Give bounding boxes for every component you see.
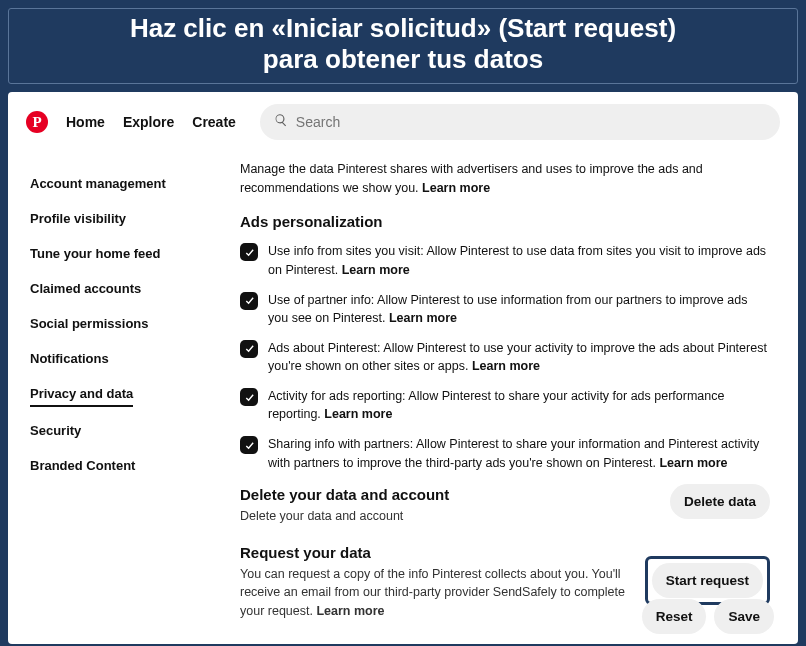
learn-more-link[interactable]: Learn more	[342, 263, 410, 277]
learn-more-link[interactable]: Learn more	[389, 311, 457, 325]
checkbox-activity-reporting[interactable]	[240, 388, 258, 406]
checkbox-partner-info[interactable]	[240, 292, 258, 310]
banner-line1: Haz clic en «Iniciar solicitud» (Start r…	[130, 13, 676, 43]
sidebar-item-social-permissions[interactable]: Social permissions	[30, 306, 149, 341]
search-icon	[274, 113, 288, 131]
start-request-button[interactable]: Start request	[652, 563, 763, 598]
option-activity-reporting: Activity for ads reporting: Allow Pinter…	[240, 387, 770, 423]
nav-explore[interactable]: Explore	[123, 114, 174, 130]
top-nav: P Home Explore Create	[8, 100, 798, 154]
sidebar-item-tune-home-feed[interactable]: Tune your home feed	[30, 236, 161, 271]
reset-button[interactable]: Reset	[642, 599, 707, 634]
delete-data-button[interactable]: Delete data	[670, 484, 770, 519]
sidebar-item-account-management[interactable]: Account management	[30, 166, 166, 201]
learn-more-link[interactable]: Learn more	[324, 407, 392, 421]
nav-create[interactable]: Create	[192, 114, 236, 130]
learn-more-link[interactable]: Learn more	[472, 359, 540, 373]
search-input[interactable]	[296, 114, 766, 130]
option-use-site-info: Use info from sites you visit: Allow Pin…	[240, 242, 770, 278]
sidebar-item-privacy-and-data[interactable]: Privacy and data	[30, 376, 133, 407]
option-ads-about-pinterest: Ads about Pinterest: Allow Pinterest to …	[240, 339, 770, 375]
checkbox-sharing-with-partners[interactable]	[240, 436, 258, 454]
banner-line2: para obtener tus datos	[263, 44, 543, 74]
learn-more-link[interactable]: Learn more	[659, 456, 727, 470]
delete-data-heading: Delete your data and account	[240, 484, 652, 506]
checkbox-ads-about-pinterest[interactable]	[240, 340, 258, 358]
start-request-highlight: Start request	[645, 556, 770, 605]
sidebar-item-security[interactable]: Security	[30, 413, 81, 448]
sidebar-item-claimed-accounts[interactable]: Claimed accounts	[30, 271, 141, 306]
sidebar-item-branded-content[interactable]: Branded Content	[30, 448, 135, 483]
option-partner-info: Use of partner info: Allow Pinterest to …	[240, 291, 770, 327]
option-sharing-with-partners: Sharing info with partners: Allow Pinter…	[240, 435, 770, 471]
checkbox-use-site-info[interactable]	[240, 243, 258, 261]
learn-more-link[interactable]: Learn more	[422, 181, 490, 195]
settings-content: Manage the data Pinterest shares with ad…	[240, 160, 776, 644]
learn-more-link[interactable]: Learn more	[316, 604, 384, 618]
footer-actions: Reset Save	[642, 599, 774, 634]
settings-sidebar: Account management Profile visibility Tu…	[30, 160, 200, 644]
request-data-desc: You can request a copy of the info Pinte…	[240, 565, 627, 619]
nav-home[interactable]: Home	[66, 114, 105, 130]
ads-personalization-heading: Ads personalization	[240, 211, 770, 233]
sidebar-item-notifications[interactable]: Notifications	[30, 341, 109, 376]
save-button[interactable]: Save	[714, 599, 774, 634]
search-bar[interactable]	[260, 104, 780, 140]
delete-data-desc: Delete your data and account	[240, 507, 652, 525]
request-data-heading: Request your data	[240, 542, 627, 564]
app-window: P Home Explore Create Account management…	[8, 92, 798, 644]
intro-text: Manage the data Pinterest shares with ad…	[240, 160, 770, 196]
pinterest-logo-icon[interactable]: P	[26, 111, 48, 133]
instruction-banner: Haz clic en «Iniciar solicitud» (Start r…	[8, 8, 798, 84]
sidebar-item-profile-visibility[interactable]: Profile visibility	[30, 201, 126, 236]
